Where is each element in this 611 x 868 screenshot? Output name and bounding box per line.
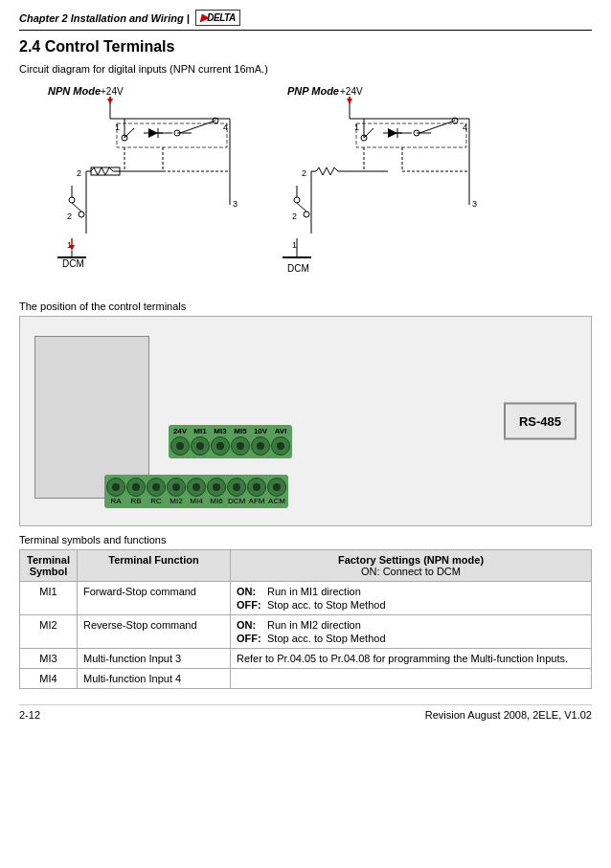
- function-mi1: Forward-Stop command: [78, 582, 231, 615]
- svg-line-50: [364, 128, 373, 138]
- col-symbol-header: TerminalSymbol: [20, 550, 78, 582]
- svg-point-73: [294, 197, 300, 203]
- function-mi2: Reverse-Stop command: [78, 615, 231, 649]
- svg-text:1: 1: [115, 122, 120, 132]
- table-row: MI4 Multi-function Input 4: [20, 669, 592, 689]
- bottom-terminals-strip: RA RB RC MI2 MI4 MI6: [104, 475, 288, 508]
- svg-text:2: 2: [77, 168, 81, 178]
- symbol-mi2: MI2: [20, 615, 78, 649]
- table-row: MI1 Forward-Stop command ON: Run in MI1 …: [20, 582, 592, 615]
- svg-text:2: 2: [302, 168, 306, 178]
- terminal-rb: RB: [126, 478, 146, 505]
- svg-text:NPN Mode: NPN Mode: [48, 85, 101, 97]
- rs485-label: RS-485: [504, 403, 577, 440]
- terminal-ra: RA: [106, 478, 125, 505]
- terminal-mi4: MI4: [187, 478, 206, 505]
- terminal-mi1: MI1: [191, 428, 210, 456]
- terminal-dcm: DCM: [227, 478, 246, 505]
- terminal-afm: AFM: [247, 478, 266, 505]
- terminals-diagram: 24V MI1 MI3 MI5 10V: [19, 316, 592, 526]
- settings-mi1: ON: Run in MI1 direction OFF: Stop acc. …: [231, 582, 592, 615]
- function-mi3: Multi-function Input 3: [78, 649, 231, 669]
- svg-text:DCM: DCM: [287, 263, 309, 274]
- terminal-mi3: MI3: [211, 428, 230, 456]
- svg-text:+24V: +24V: [340, 86, 363, 97]
- table-row: MI2 Reverse-Stop command ON: Run in MI2 …: [20, 615, 592, 649]
- symbol-mi4: MI4: [20, 669, 78, 689]
- symbol-mi3: MI3: [20, 649, 78, 669]
- svg-rect-21: [117, 123, 227, 147]
- svg-text:2: 2: [292, 211, 297, 221]
- npn-circuit: NPN Mode +24V 1 4: [38, 80, 259, 291]
- functions-table: TerminalSymbol Terminal Function Factory…: [19, 549, 592, 689]
- table-section: Terminal symbols and functions TerminalS…: [19, 534, 592, 689]
- svg-text:3: 3: [472, 199, 477, 209]
- terminal-10v: 10V: [251, 428, 270, 456]
- terminal-24v: 24V: [170, 428, 190, 456]
- svg-text:2: 2: [67, 211, 72, 221]
- svg-text:1: 1: [292, 240, 297, 250]
- revision-text: Revision August 2008, 2ELE, V1.02: [425, 709, 592, 721]
- page-number: 2-12: [19, 709, 40, 721]
- svg-text:DCM: DCM: [62, 258, 84, 269]
- svg-marker-12: [148, 128, 158, 138]
- settings-mi4: [231, 669, 592, 689]
- settings-mi3: Refer to Pr.04.05 to Pr.04.08 for progra…: [231, 649, 592, 669]
- svg-line-72: [297, 203, 306, 211]
- top-terminals-strip: 24V MI1 MI3 MI5 10V: [169, 425, 292, 458]
- svg-text:PNP Mode: PNP Mode: [287, 85, 339, 97]
- terminal-rc: RC: [147, 478, 166, 505]
- symbol-mi1: MI1: [20, 582, 78, 615]
- svg-text:1: 1: [354, 122, 359, 132]
- settings-mi2: ON: Run in MI2 direction OFF: Stop acc. …: [231, 615, 592, 649]
- terminal-avi: AVI: [271, 428, 290, 456]
- svg-line-32: [72, 203, 81, 211]
- terminal-acm: ACM: [267, 478, 286, 505]
- svg-point-71: [304, 211, 309, 217]
- terminals-caption: The position of the control terminals: [19, 300, 592, 312]
- col-settings-header: Factory Settings (NPN mode) ON: Connect …: [231, 550, 592, 582]
- svg-line-58: [419, 121, 455, 133]
- page-footer: 2-12 Revision August 2008, 2ELE, V1.02: [19, 704, 592, 721]
- svg-marker-4: [107, 99, 113, 104]
- svg-text:+24V: +24V: [101, 86, 124, 97]
- svg-marker-53: [388, 128, 397, 138]
- svg-line-9: [124, 128, 134, 138]
- circuit-caption: Circuit diagram for digital inputs (NPN …: [19, 63, 592, 75]
- chapter-text: Chapter 2 Installation and Wiring |: [19, 12, 190, 24]
- circuit-diagrams: NPN Mode +24V 1 4: [19, 80, 592, 291]
- terminal-mi2: MI2: [167, 478, 186, 505]
- section-title: 2.4 Control Terminals: [19, 38, 592, 56]
- svg-point-33: [69, 197, 75, 203]
- page-header: Chapter 2 Installation and Wiring | ▶ DE…: [19, 10, 592, 31]
- svg-marker-45: [347, 99, 352, 104]
- svg-rect-62: [356, 123, 466, 147]
- pnp-circuit: PNP Mode +24V 1 4 3: [278, 80, 498, 291]
- col-function-header: Terminal Function: [78, 550, 231, 582]
- table-caption: Terminal symbols and functions: [19, 534, 592, 545]
- table-row: MI3 Multi-function Input 3 Refer to Pr.0…: [20, 649, 592, 669]
- function-mi4: Multi-function Input 4: [78, 669, 231, 689]
- terminal-mi6: MI6: [207, 478, 226, 505]
- terminal-mi5: MI5: [231, 428, 250, 456]
- svg-point-31: [79, 211, 84, 217]
- svg-line-17: [180, 121, 215, 133]
- svg-text:3: 3: [233, 199, 238, 209]
- logo: ▶ DELTA: [195, 10, 240, 26]
